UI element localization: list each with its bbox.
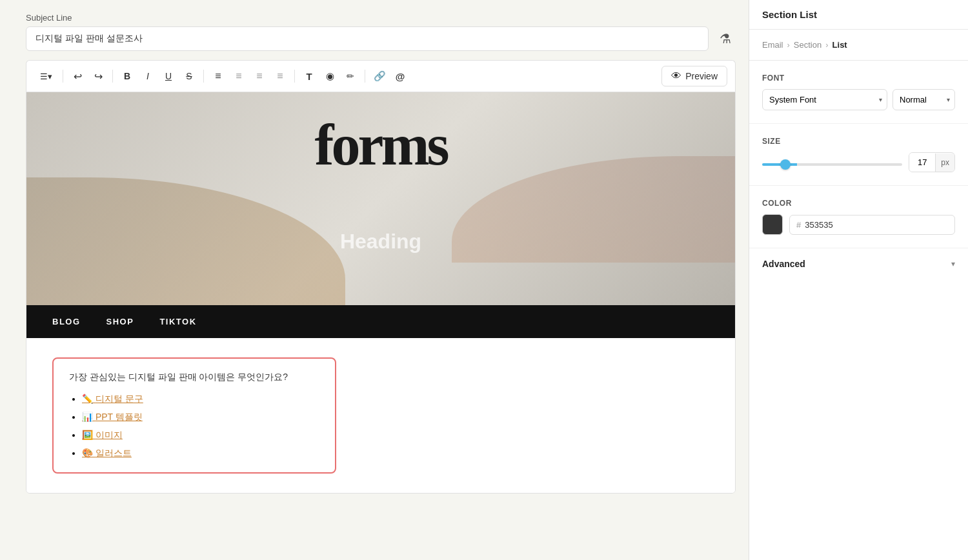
survey-question: 가장 관심있는 디지털 파일 판매 아이템은 무엇인가요?	[69, 372, 319, 383]
nav-item-blog[interactable]: BLOG	[52, 317, 81, 326]
breadcrumb-sep-2: ›	[825, 40, 828, 50]
flask-icon[interactable]: ⚗	[715, 28, 736, 49]
advanced-chevron-icon: ▾	[951, 259, 955, 268]
align-justify-btn[interactable]: ≡	[271, 67, 289, 85]
canvas: forms Heading BLOG SHOP TIKTOK 가장 관심있는 디…	[26, 92, 736, 494]
survey-list: ✏️ 디지털 문구 📊 PPT 템플릿 🖼️ 이미지	[69, 394, 319, 459]
color-section: Color #	[749, 186, 968, 248]
align-right-btn[interactable]: ≡	[250, 67, 268, 85]
breadcrumb-email[interactable]: Email	[762, 40, 783, 50]
highlight-btn[interactable]: ✏	[341, 67, 359, 85]
undo-btn[interactable]: ↩	[68, 67, 86, 85]
font-family-wrapper: System Font Arial Georgia Helvetica ▾	[762, 89, 887, 110]
survey-link-4[interactable]: 🎨 일러스트	[82, 448, 132, 458]
toolbar-divider-2	[112, 70, 113, 83]
advanced-row[interactable]: Advanced ▾	[749, 248, 968, 279]
breadcrumb-list: List	[832, 40, 847, 50]
toolbar-divider-4	[294, 70, 295, 83]
survey-text-4: 일러스트	[96, 448, 132, 458]
size-row: px	[762, 152, 955, 172]
align-left-btn[interactable]: ≡	[209, 67, 227, 85]
survey-emoji-3: 🖼️	[82, 430, 93, 440]
size-section: Size px	[749, 124, 968, 186]
size-input-wrapper: px	[909, 152, 955, 172]
right-panel: Section List Email › Section › List Font…	[749, 0, 968, 560]
align-center-btn[interactable]: ≡	[230, 67, 248, 85]
subject-line-label: Subject Line	[26, 13, 736, 23]
hero-heading-text: Heading	[340, 230, 421, 254]
survey-text-2: PPT 템플릿	[96, 412, 143, 422]
breadcrumb-section[interactable]: Section	[794, 40, 822, 50]
size-slider[interactable]	[762, 163, 902, 166]
advanced-label: Advanced	[762, 259, 805, 269]
link-btn[interactable]: 🔗	[370, 67, 388, 85]
at-btn[interactable]: @	[391, 67, 409, 85]
color-swatch[interactable]	[762, 214, 783, 235]
list-item-1[interactable]: ✏️ 디지털 문구	[82, 394, 319, 405]
survey-box[interactable]: 가장 관심있는 디지털 파일 판매 아이템은 무엇인가요? ✏️ 디지털 문구 …	[52, 357, 336, 474]
eye-icon: 👁	[671, 70, 681, 82]
color-row: #	[762, 214, 955, 235]
breadcrumb-sep-1: ›	[787, 40, 790, 50]
toolbar: ☰▾ ↩ ↪ B I U S ≡ ≡ ≡ ≡ T ◉ ✏ 🔗 @ 👁 Previ…	[26, 60, 736, 92]
survey-link-1[interactable]: ✏️ 디지털 문구	[82, 394, 143, 404]
nav-item-shop[interactable]: SHOP	[106, 317, 134, 326]
underline-btn[interactable]: U	[159, 67, 177, 85]
size-input[interactable]	[909, 153, 935, 172]
list-item-3[interactable]: 🖼️ 이미지	[82, 430, 319, 441]
italic-btn[interactable]: I	[139, 67, 157, 85]
survey-link-2[interactable]: 📊 PPT 템플릿	[82, 412, 143, 422]
survey-text-1: 디지털 문구	[96, 394, 143, 404]
section-list-header: Section List	[749, 0, 968, 30]
section-list-title: Section List	[762, 9, 817, 20]
hero-image: forms Heading	[26, 92, 735, 305]
content-area: 가장 관심있는 디지털 파일 판매 아이템은 무엇인가요? ✏️ 디지털 문구 …	[26, 338, 735, 493]
fill-color-btn[interactable]: ◉	[321, 67, 339, 85]
survey-emoji-4: 🎨	[82, 448, 93, 458]
subject-line-input[interactable]	[26, 26, 709, 51]
toolbar-divider-3	[203, 70, 204, 83]
color-value-input[interactable]	[805, 220, 850, 230]
font-style-select[interactable]: Normal Bold Italic Bold Italic	[892, 89, 955, 110]
color-input-wrapper: #	[789, 215, 955, 235]
toolbar-divider-1	[63, 70, 63, 83]
font-label: Font	[762, 74, 955, 83]
size-slider-wrapper	[762, 157, 902, 168]
list-dropdown-btn[interactable]: ☰▾	[34, 67, 57, 85]
color-label: Color	[762, 199, 955, 208]
size-label: Size	[762, 137, 955, 146]
font-size-btn[interactable]: T	[300, 67, 318, 85]
survey-emoji-2: 📊	[82, 412, 93, 422]
hash-symbol: #	[796, 220, 801, 230]
preview-btn[interactable]: 👁 Preview	[661, 66, 727, 86]
strikethrough-btn[interactable]: S	[180, 67, 198, 85]
nav-bar: BLOG SHOP TIKTOK	[26, 305, 735, 338]
survey-emoji-1: ✏️	[82, 394, 93, 404]
breadcrumb: Email › Section › List	[749, 30, 968, 61]
toolbar-divider-5	[365, 70, 365, 83]
font-style-wrapper: Normal Bold Italic Bold Italic ▾	[892, 89, 955, 110]
hero-forms-text: forms	[315, 112, 447, 178]
nav-item-tiktok[interactable]: TIKTOK	[159, 317, 196, 326]
preview-label: Preview	[685, 71, 718, 81]
survey-link-3[interactable]: 🖼️ 이미지	[82, 430, 123, 440]
survey-text-3: 이미지	[96, 430, 123, 440]
list-item-2[interactable]: 📊 PPT 템플릿	[82, 412, 319, 423]
bold-btn[interactable]: B	[118, 67, 136, 85]
editor-area: Subject Line ⚗ ☰▾ ↩ ↪ B I U S ≡ ≡ ≡ ≡ T …	[0, 0, 749, 560]
font-row: System Font Arial Georgia Helvetica ▾ No…	[762, 89, 955, 110]
size-unit: px	[935, 154, 954, 172]
font-section: Font System Font Arial Georgia Helvetica…	[749, 61, 968, 124]
redo-btn[interactable]: ↪	[89, 67, 107, 85]
list-item-4[interactable]: 🎨 일러스트	[82, 448, 319, 459]
font-family-select[interactable]: System Font Arial Georgia Helvetica	[762, 89, 887, 110]
